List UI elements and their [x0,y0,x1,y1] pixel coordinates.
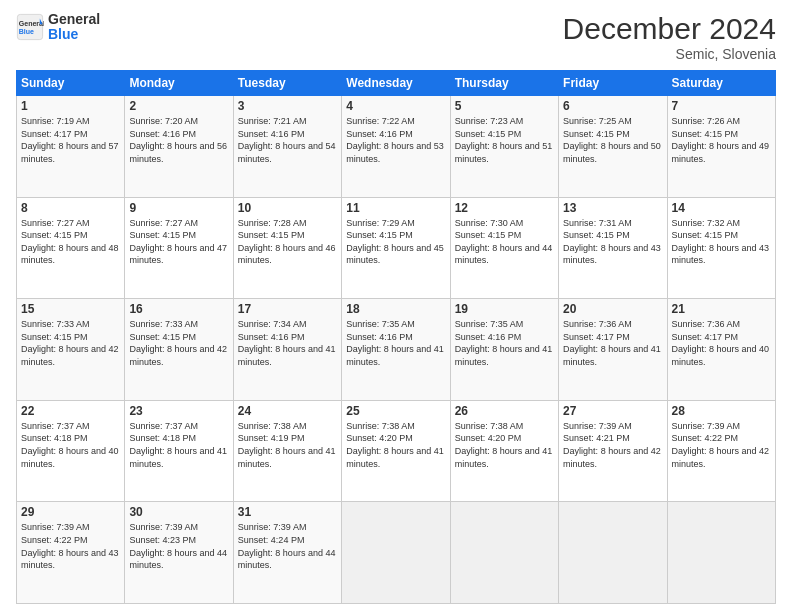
calendar-container: General Blue General Blue December 2024 … [0,0,792,612]
day-info: Sunrise: 7:36 AMSunset: 4:17 PMDaylight:… [672,318,771,368]
day-number: 2 [129,99,228,113]
day-info: Sunrise: 7:29 AMSunset: 4:15 PMDaylight:… [346,217,445,267]
day-number: 24 [238,404,337,418]
day-number: 23 [129,404,228,418]
header: General Blue General Blue December 2024 … [16,12,776,62]
day-number: 3 [238,99,337,113]
day-info: Sunrise: 7:22 AMSunset: 4:16 PMDaylight:… [346,115,445,165]
day-number: 17 [238,302,337,316]
day-number: 18 [346,302,445,316]
day-info: Sunrise: 7:31 AMSunset: 4:15 PMDaylight:… [563,217,662,267]
header-wednesday: Wednesday [342,71,450,96]
day-number: 6 [563,99,662,113]
table-row: 24Sunrise: 7:38 AMSunset: 4:19 PMDayligh… [233,400,341,502]
table-row: 21Sunrise: 7:36 AMSunset: 4:17 PMDayligh… [667,299,775,401]
day-number: 26 [455,404,554,418]
day-number: 29 [21,505,120,519]
day-number: 5 [455,99,554,113]
month-title: December 2024 [563,12,776,46]
day-number: 7 [672,99,771,113]
day-info: Sunrise: 7:35 AMSunset: 4:16 PMDaylight:… [346,318,445,368]
day-number: 31 [238,505,337,519]
location: Semic, Slovenia [563,46,776,62]
day-info: Sunrise: 7:32 AMSunset: 4:15 PMDaylight:… [672,217,771,267]
svg-text:Blue: Blue [19,28,34,35]
day-number: 8 [21,201,120,215]
day-number: 13 [563,201,662,215]
header-tuesday: Tuesday [233,71,341,96]
table-row: 26Sunrise: 7:38 AMSunset: 4:20 PMDayligh… [450,400,558,502]
logo: General Blue General Blue [16,12,100,43]
day-number: 28 [672,404,771,418]
table-row: 9Sunrise: 7:27 AMSunset: 4:15 PMDaylight… [125,197,233,299]
day-info: Sunrise: 7:38 AMSunset: 4:19 PMDaylight:… [238,420,337,470]
table-row: 18Sunrise: 7:35 AMSunset: 4:16 PMDayligh… [342,299,450,401]
table-row: 29Sunrise: 7:39 AMSunset: 4:22 PMDayligh… [17,502,125,604]
table-row: 11Sunrise: 7:29 AMSunset: 4:15 PMDayligh… [342,197,450,299]
day-info: Sunrise: 7:37 AMSunset: 4:18 PMDaylight:… [21,420,120,470]
table-row: 13Sunrise: 7:31 AMSunset: 4:15 PMDayligh… [559,197,667,299]
table-row: 30Sunrise: 7:39 AMSunset: 4:23 PMDayligh… [125,502,233,604]
table-row: 12Sunrise: 7:30 AMSunset: 4:15 PMDayligh… [450,197,558,299]
day-number: 12 [455,201,554,215]
day-info: Sunrise: 7:38 AMSunset: 4:20 PMDaylight:… [455,420,554,470]
day-info: Sunrise: 7:39 AMSunset: 4:22 PMDaylight:… [21,521,120,571]
table-row: 28Sunrise: 7:39 AMSunset: 4:22 PMDayligh… [667,400,775,502]
table-row: 5Sunrise: 7:23 AMSunset: 4:15 PMDaylight… [450,96,558,198]
day-info: Sunrise: 7:39 AMSunset: 4:22 PMDaylight:… [672,420,771,470]
header-sunday: Sunday [17,71,125,96]
table-row: 22Sunrise: 7:37 AMSunset: 4:18 PMDayligh… [17,400,125,502]
day-info: Sunrise: 7:21 AMSunset: 4:16 PMDaylight:… [238,115,337,165]
header-monday: Monday [125,71,233,96]
table-row: 31Sunrise: 7:39 AMSunset: 4:24 PMDayligh… [233,502,341,604]
day-number: 11 [346,201,445,215]
day-number: 10 [238,201,337,215]
table-row [559,502,667,604]
table-row: 20Sunrise: 7:36 AMSunset: 4:17 PMDayligh… [559,299,667,401]
day-info: Sunrise: 7:35 AMSunset: 4:16 PMDaylight:… [455,318,554,368]
day-info: Sunrise: 7:34 AMSunset: 4:16 PMDaylight:… [238,318,337,368]
day-info: Sunrise: 7:20 AMSunset: 4:16 PMDaylight:… [129,115,228,165]
header-thursday: Thursday [450,71,558,96]
day-number: 20 [563,302,662,316]
table-row: 2Sunrise: 7:20 AMSunset: 4:16 PMDaylight… [125,96,233,198]
table-row [342,502,450,604]
table-row: 3Sunrise: 7:21 AMSunset: 4:16 PMDaylight… [233,96,341,198]
table-row: 17Sunrise: 7:34 AMSunset: 4:16 PMDayligh… [233,299,341,401]
day-info: Sunrise: 7:37 AMSunset: 4:18 PMDaylight:… [129,420,228,470]
table-row: 6Sunrise: 7:25 AMSunset: 4:15 PMDaylight… [559,96,667,198]
logo-blue: Blue [48,27,100,42]
day-number: 27 [563,404,662,418]
logo-general: General [48,12,100,27]
svg-rect-0 [17,15,42,40]
day-number: 19 [455,302,554,316]
table-row: 16Sunrise: 7:33 AMSunset: 4:15 PMDayligh… [125,299,233,401]
table-row [667,502,775,604]
day-info: Sunrise: 7:39 AMSunset: 4:23 PMDaylight:… [129,521,228,571]
logo-icon: General Blue [16,13,44,41]
day-number: 30 [129,505,228,519]
day-info: Sunrise: 7:38 AMSunset: 4:20 PMDaylight:… [346,420,445,470]
day-info: Sunrise: 7:39 AMSunset: 4:21 PMDaylight:… [563,420,662,470]
day-number: 16 [129,302,228,316]
table-row: 15Sunrise: 7:33 AMSunset: 4:15 PMDayligh… [17,299,125,401]
day-number: 15 [21,302,120,316]
table-row: 27Sunrise: 7:39 AMSunset: 4:21 PMDayligh… [559,400,667,502]
day-number: 25 [346,404,445,418]
day-info: Sunrise: 7:25 AMSunset: 4:15 PMDaylight:… [563,115,662,165]
day-info: Sunrise: 7:30 AMSunset: 4:15 PMDaylight:… [455,217,554,267]
day-info: Sunrise: 7:36 AMSunset: 4:17 PMDaylight:… [563,318,662,368]
day-info: Sunrise: 7:33 AMSunset: 4:15 PMDaylight:… [21,318,120,368]
day-number: 14 [672,201,771,215]
day-info: Sunrise: 7:23 AMSunset: 4:15 PMDaylight:… [455,115,554,165]
table-row: 4Sunrise: 7:22 AMSunset: 4:16 PMDaylight… [342,96,450,198]
title-block: December 2024 Semic, Slovenia [563,12,776,62]
day-info: Sunrise: 7:33 AMSunset: 4:15 PMDaylight:… [129,318,228,368]
day-number: 21 [672,302,771,316]
table-row: 10Sunrise: 7:28 AMSunset: 4:15 PMDayligh… [233,197,341,299]
calendar-table: Sunday Monday Tuesday Wednesday Thursday… [16,70,776,604]
day-number: 4 [346,99,445,113]
day-number: 1 [21,99,120,113]
table-row: 19Sunrise: 7:35 AMSunset: 4:16 PMDayligh… [450,299,558,401]
day-number: 9 [129,201,228,215]
